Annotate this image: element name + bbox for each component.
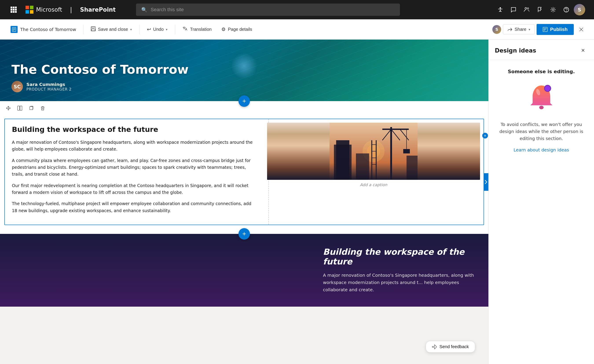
publish-button[interactable]: Publish xyxy=(537,24,574,35)
add-section-top-button[interactable]: + xyxy=(238,95,250,107)
app-name-label: Microsoft xyxy=(36,6,62,13)
share-label: Share xyxy=(515,27,526,32)
nav-divider: | xyxy=(70,6,72,13)
svg-rect-8 xyxy=(15,11,17,13)
user-avatar[interactable]: S xyxy=(574,4,585,15)
page-indicator[interactable]: The Contoso of Tomorrow xyxy=(7,24,80,35)
svg-rect-29 xyxy=(30,107,33,110)
chat-icon[interactable] xyxy=(508,4,519,15)
waffle-icon[interactable] xyxy=(9,5,19,14)
svg-point-32 xyxy=(485,136,485,137)
author-info: Sara Cummings PRODUCT MANAGER 2 xyxy=(27,82,72,92)
svg-rect-49 xyxy=(376,140,377,180)
undo-icon: ↩ xyxy=(147,26,151,32)
svg-rect-6 xyxy=(11,11,12,13)
section-handle[interactable] xyxy=(482,133,488,139)
people-icon[interactable] xyxy=(521,4,532,15)
dark-section-para: A major renovation of Contoso's Singapor… xyxy=(323,272,477,293)
svg-point-33 xyxy=(485,136,486,137)
bell-illustration xyxy=(528,82,555,113)
article-image-column[interactable]: Add a caption xyxy=(263,119,484,225)
svg-rect-20 xyxy=(92,26,94,28)
svg-rect-0 xyxy=(11,7,12,8)
svg-rect-45 xyxy=(336,140,349,180)
svg-rect-48 xyxy=(371,140,372,180)
product-name-label: SharePoint xyxy=(80,6,116,13)
page-details-button[interactable]: ⚙ Page details xyxy=(217,24,256,34)
svg-point-54 xyxy=(539,106,544,109)
article-heading: Building the workspace of the future xyxy=(12,125,256,134)
search-icon: 🔍 xyxy=(141,7,147,13)
design-panel-title: Design ideas xyxy=(495,47,536,54)
search-input[interactable] xyxy=(151,7,395,13)
hero-author: SC Sara Cummings PRODUCT MANAGER 2 xyxy=(11,81,189,92)
hero-title: The Contoso of Tomorrow xyxy=(11,62,189,77)
article-para-1: A major renovation of Contoso's Singapor… xyxy=(12,139,256,153)
svg-point-9 xyxy=(500,7,501,9)
design-panel-close-button[interactable]: ✕ xyxy=(578,46,588,55)
design-ideas-panel: Design ideas ✕ Someone else is editing. xyxy=(488,40,594,364)
article-para-2: A community plaza where employees can ga… xyxy=(12,157,256,178)
editing-notice-text: Someone else is editing. xyxy=(508,69,575,74)
share-button[interactable]: Share ▾ xyxy=(503,24,535,34)
svg-rect-47 xyxy=(406,156,418,180)
article-text-column[interactable]: Building the workspace of the future A m… xyxy=(5,119,263,225)
svg-point-57 xyxy=(545,86,550,91)
section-copy-button[interactable] xyxy=(27,103,36,113)
translation-label: Translation xyxy=(190,27,212,32)
share-caret-icon: ▾ xyxy=(529,28,530,31)
svg-rect-19 xyxy=(91,26,95,31)
settings-icon[interactable] xyxy=(547,4,559,15)
main-content-area: The Contoso of Tomorrow SC Sara Cummings… xyxy=(0,40,594,364)
article-para-4: The technology-fueled, multiphase projec… xyxy=(12,200,256,214)
panel-collapse-tab[interactable] xyxy=(484,173,488,191)
hero-content: The Contoso of Tomorrow SC Sara Cummings… xyxy=(11,62,189,92)
author-name: Sara Cummings xyxy=(27,82,72,87)
svg-point-10 xyxy=(525,7,527,9)
flag-icon[interactable] xyxy=(534,4,546,15)
move-section-button[interactable] xyxy=(4,103,13,113)
content-section: Building the workspace of the future A m… xyxy=(0,101,488,234)
search-bar[interactable]: 🔍 xyxy=(136,4,400,16)
undo-label: Undo xyxy=(153,27,164,32)
learn-design-ideas-link[interactable]: Learn about design ideas xyxy=(513,147,569,152)
author-role: PRODUCT MANAGER 2 xyxy=(27,87,72,92)
nav-icon-group: S xyxy=(495,4,585,15)
translation-button[interactable]: Translation xyxy=(179,24,216,35)
dark-section-content: Building the workspace of the future A m… xyxy=(323,247,477,293)
svg-point-12 xyxy=(552,9,554,11)
svg-point-14 xyxy=(566,11,567,12)
svg-point-30 xyxy=(485,135,485,136)
design-conflict-text: To avoid conflicts, we won't offer you d… xyxy=(495,121,588,142)
svg-rect-5 xyxy=(15,9,17,11)
microsoft-logo[interactable]: Microsoft xyxy=(26,6,62,14)
save-caret-icon: ▾ xyxy=(130,28,132,31)
design-panel-content: Someone else is editing. xyxy=(489,60,594,364)
svg-point-11 xyxy=(527,8,529,9)
page-icon xyxy=(11,26,18,33)
svg-rect-2 xyxy=(15,7,17,8)
accessibility-icon[interactable] xyxy=(495,4,506,15)
content-section-inner: Building the workspace of the future A m… xyxy=(0,115,488,234)
send-feedback-button[interactable]: Send feedback xyxy=(426,341,475,353)
svg-rect-28 xyxy=(20,106,22,110)
svg-rect-1 xyxy=(13,7,14,8)
section-delete-button[interactable] xyxy=(38,103,47,113)
svg-point-31 xyxy=(485,135,486,136)
exit-button[interactable] xyxy=(575,24,587,35)
add-section-mid-button[interactable]: + xyxy=(238,228,250,240)
save-close-label: Save and close xyxy=(98,27,128,32)
dark-section: Building the workspace of the future A m… xyxy=(0,234,488,307)
canvas-area[interactable]: The Contoso of Tomorrow SC Sara Cummings… xyxy=(0,40,488,364)
section-layout-button[interactable] xyxy=(15,103,25,113)
page-title-label: The Contoso of Tomorrow xyxy=(20,27,76,32)
help-icon[interactable] xyxy=(560,4,572,15)
svg-rect-4 xyxy=(13,9,14,11)
undo-button[interactable]: ↩ Undo ▾ xyxy=(143,24,171,34)
page-details-icon: ⚙ xyxy=(221,26,226,32)
save-close-button[interactable]: Save and close ▾ xyxy=(87,24,136,35)
hero-section: The Contoso of Tomorrow SC Sara Cummings… xyxy=(0,40,488,101)
svg-rect-3 xyxy=(11,9,12,11)
article-para-3: Our first major redevelopment is nearing… xyxy=(12,182,256,196)
image-caption[interactable]: Add a caption xyxy=(267,182,480,187)
